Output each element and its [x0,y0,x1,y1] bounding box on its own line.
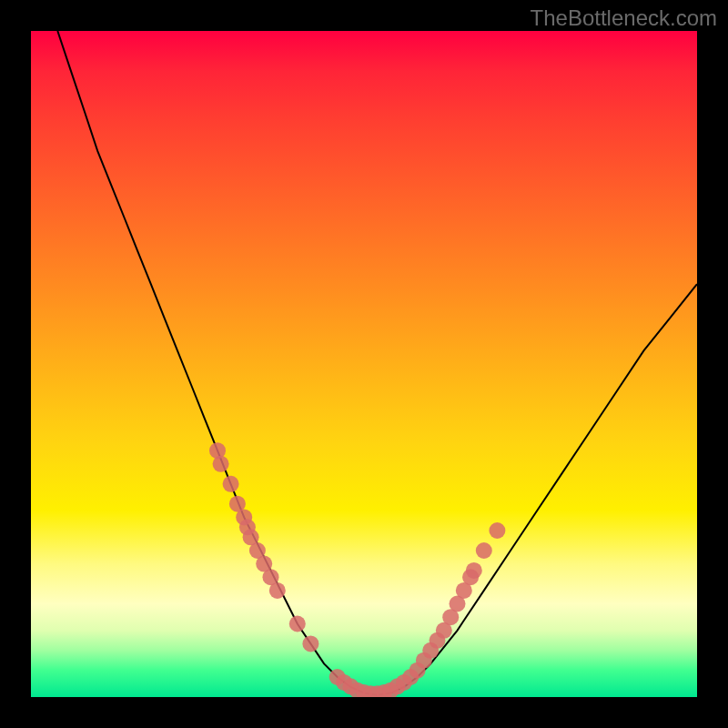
scatter-dot [466,562,482,579]
chart-plot-area [31,31,697,697]
scatter-dot [223,476,239,492]
scatter-dot [302,635,318,652]
scatter-right-cluster [410,522,506,679]
scatter-dot [476,542,492,559]
scatter-bottom-cluster [329,669,420,697]
scatter-dot [269,582,286,599]
bottleneck-curve-line [57,31,697,695]
scatter-left-cluster [209,442,318,652]
watermark-text: TheBottleneck.com [531,5,717,31]
scatter-dot [213,456,229,472]
scatter-dot [489,522,505,539]
scatter-dot [289,616,306,632]
chart-svg [31,31,697,697]
